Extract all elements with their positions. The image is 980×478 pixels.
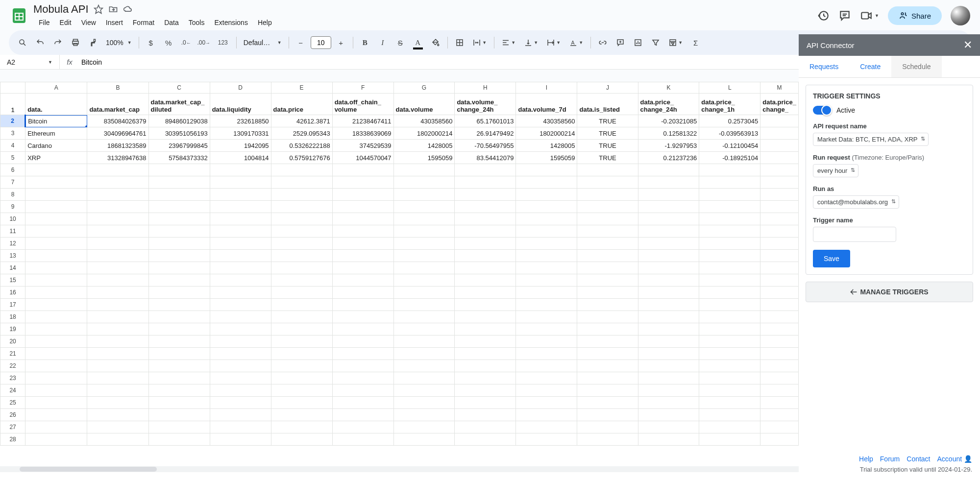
cell[interactable] (638, 335, 699, 348)
cell[interactable] (638, 201, 699, 213)
cell[interactable] (638, 323, 699, 335)
cell[interactable] (638, 225, 699, 238)
cell[interactable] (332, 397, 393, 409)
cell[interactable] (760, 323, 799, 335)
font-size-input[interactable] (311, 36, 331, 49)
cell[interactable] (638, 164, 699, 176)
cell[interactable]: 374529539 (332, 140, 393, 152)
cell[interactable] (25, 348, 87, 360)
undo-icon[interactable] (32, 35, 48, 50)
row-header[interactable]: 25 (0, 397, 25, 409)
cell[interactable] (87, 348, 148, 360)
cell[interactable] (760, 299, 799, 311)
v-align-icon[interactable]: ▼ (521, 35, 541, 50)
cell[interactable] (25, 299, 87, 311)
row-header[interactable]: 7 (0, 176, 25, 189)
cell[interactable] (210, 348, 271, 360)
cell[interactable]: 0.5326222188 (271, 140, 332, 152)
run-interval-select[interactable]: every hour (813, 164, 858, 177)
h-align-icon[interactable]: ▼ (498, 35, 519, 50)
cell[interactable] (332, 323, 393, 335)
sheets-logo-icon[interactable] (10, 6, 28, 25)
cell[interactable]: 1309170331 (210, 127, 271, 140)
cell[interactable] (393, 421, 455, 433)
insert-comment-icon[interactable] (612, 35, 628, 50)
cell[interactable] (393, 225, 455, 238)
cell[interactable] (760, 335, 799, 348)
trigger-name-input[interactable] (813, 227, 896, 242)
link-forum[interactable]: Forum (880, 455, 900, 463)
horizontal-scrollbar[interactable] (0, 466, 799, 472)
cell[interactable]: TRUE (577, 115, 638, 127)
wrap-icon[interactable]: ▼ (543, 35, 564, 50)
cell[interactable]: -0.12100454 (699, 140, 760, 152)
cell[interactable] (87, 323, 148, 335)
cell[interactable] (271, 421, 332, 433)
cell[interactable] (638, 421, 699, 433)
cell[interactable] (638, 238, 699, 250)
cell[interactable] (699, 176, 760, 189)
cell[interactable] (148, 372, 210, 384)
cell[interactable] (516, 299, 577, 311)
cell[interactable] (271, 360, 332, 372)
cell[interactable] (455, 189, 516, 201)
header-cell[interactable]: data. (25, 94, 87, 115)
cell[interactable] (87, 189, 148, 201)
cell[interactable] (638, 274, 699, 287)
row-header[interactable]: 23 (0, 372, 25, 384)
cell[interactable] (638, 262, 699, 274)
cell[interactable] (271, 335, 332, 348)
cell[interactable]: 18681323589 (87, 140, 148, 152)
cell[interactable] (148, 274, 210, 287)
cell[interactable] (148, 299, 210, 311)
cell[interactable] (25, 287, 87, 299)
cell[interactable] (271, 348, 332, 360)
cell[interactable]: 1004814 (210, 152, 271, 164)
cell[interactable] (148, 384, 210, 397)
cell[interactable] (516, 372, 577, 384)
cell[interactable] (210, 397, 271, 409)
column-header[interactable]: K (638, 82, 699, 94)
cell[interactable] (638, 176, 699, 189)
cell[interactable]: 26.91479492 (455, 127, 516, 140)
cell[interactable]: 18338639069 (332, 127, 393, 140)
cell[interactable] (516, 189, 577, 201)
header-cell[interactable]: data.price_change_24h (638, 94, 699, 115)
cell[interactable] (210, 238, 271, 250)
cell[interactable] (25, 189, 87, 201)
cell[interactable] (699, 372, 760, 384)
cell[interactable] (699, 201, 760, 213)
cell[interactable] (699, 225, 760, 238)
cell[interactable] (393, 201, 455, 213)
cell[interactable] (760, 140, 799, 152)
cell[interactable] (638, 250, 699, 262)
cell[interactable] (577, 225, 638, 238)
cell[interactable] (455, 384, 516, 397)
cell[interactable] (393, 311, 455, 323)
cell[interactable] (25, 360, 87, 372)
cell[interactable]: 1595059 (393, 152, 455, 164)
cell[interactable] (760, 176, 799, 189)
cell[interactable] (393, 372, 455, 384)
row-header[interactable]: 4 (0, 140, 25, 152)
cell[interactable] (148, 287, 210, 299)
cell[interactable] (455, 201, 516, 213)
cell[interactable] (271, 372, 332, 384)
menu-data[interactable]: Data (160, 17, 183, 28)
cell[interactable] (332, 176, 393, 189)
cell[interactable] (638, 384, 699, 397)
star-icon[interactable] (94, 4, 103, 14)
cell[interactable] (87, 250, 148, 262)
header-cell[interactable]: data.volume (393, 94, 455, 115)
cell[interactable] (393, 397, 455, 409)
cell[interactable] (87, 274, 148, 287)
cell[interactable] (87, 299, 148, 311)
cell[interactable]: TRUE (577, 140, 638, 152)
cell[interactable] (577, 433, 638, 446)
cell[interactable] (271, 213, 332, 225)
cell[interactable]: Bitcoin (25, 115, 87, 127)
cell[interactable] (699, 409, 760, 421)
redo-icon[interactable] (50, 35, 66, 50)
row-header[interactable]: 24 (0, 384, 25, 397)
row-header[interactable]: 10 (0, 213, 25, 225)
